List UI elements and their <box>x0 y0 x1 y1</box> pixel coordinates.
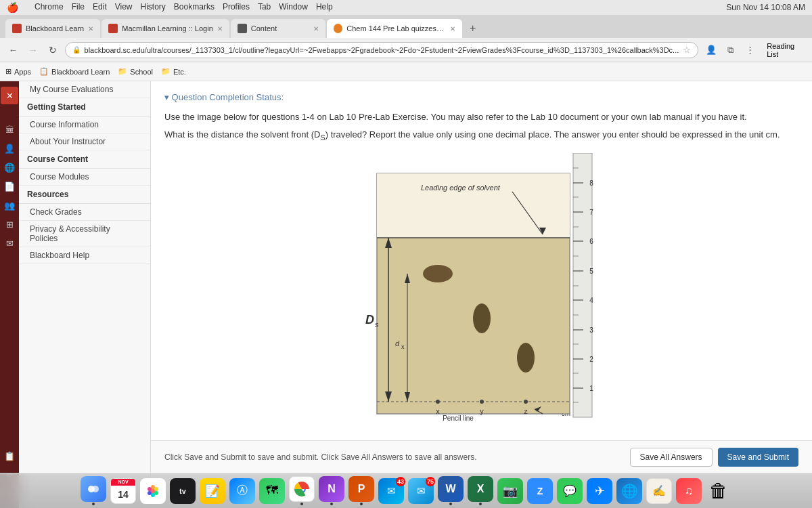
sidebar-nav-mail[interactable]: ✉ <box>1 234 18 252</box>
tab-bb-learn[interactable]: Blackboard Learn ✕ <box>5 19 100 38</box>
back-button[interactable]: ← <box>5 42 21 58</box>
profile-icon[interactable]: 👤 <box>702 41 719 59</box>
dock-item-photos[interactable] <box>140 478 166 504</box>
outlook-badge: 43 <box>396 477 405 486</box>
sidebar-nav-grid[interactable]: ⊞ <box>1 215 18 233</box>
tab-close-btn[interactable]: ✕ <box>313 25 319 33</box>
dock-item-script[interactable]: ✍ <box>646 478 672 504</box>
dock-item-facetime[interactable]: 📷 <box>497 478 523 504</box>
sidebar-nav-people[interactable]: 👥 <box>1 196 18 214</box>
url-bar[interactable]: 🔒 blackboard.sc.edu/ultra/courses/_11373… <box>65 42 699 58</box>
tab-chem144[interactable]: Chem 144 Pre Lab quizzes - M ✕ <box>327 19 462 38</box>
bookmark-star-icon[interactable]: ☆ <box>683 45 691 55</box>
sidebar-section-course-content[interactable]: Course Content <box>19 150 150 169</box>
svg-text:6: 6 <box>589 238 593 245</box>
dock-item-calendar[interactable]: NOV 14 <box>110 478 136 504</box>
tab-label: Content <box>251 24 277 33</box>
sidebar-item-blackboard-help[interactable]: Blackboard Help <box>19 247 150 264</box>
dock-item-music[interactable]: ♫ <box>676 478 702 504</box>
dock-dot <box>449 503 452 505</box>
dock-item-chrome[interactable] <box>289 476 315 505</box>
new-tab-button[interactable]: + <box>464 19 482 38</box>
menu-file[interactable]: File <box>72 2 85 13</box>
menu-help[interactable]: Help <box>316 2 333 13</box>
dock-item-trash[interactable]: 🗑 <box>706 478 731 504</box>
tlc-diagram-svg: cm 1 2 3 4 5 <box>340 153 624 444</box>
menu-bookmarks[interactable]: Bookmarks <box>174 2 215 13</box>
toolbar-actions: 👤 ⧉ ⋮ Reading List <box>702 41 807 59</box>
dock-item-outlook[interactable]: ✉ 43 <box>378 478 404 504</box>
dock-item-send[interactable]: ✈ <box>587 478 612 504</box>
svg-point-37 <box>524 400 528 404</box>
sidebar-item-my-course-evals[interactable]: My Course Evaluations <box>19 81 150 98</box>
reading-list-button[interactable]: Reading List <box>767 42 807 58</box>
folder-icon: 📁 <box>161 67 171 76</box>
dock-dot <box>92 503 95 505</box>
bblearn-icon: 📋 <box>39 67 49 76</box>
menu-tab[interactable]: Tab <box>258 2 271 13</box>
dock-item-mail[interactable]: ✉ 75 <box>408 478 434 504</box>
menu-view[interactable]: View <box>115 2 133 13</box>
sidebar-nav-home[interactable]: 🏛 <box>1 121 18 138</box>
sidebar-nav-close[interactable]: ✕ <box>1 87 18 104</box>
dock-item-maps[interactable]: 🗺 <box>259 478 285 504</box>
menu-edit[interactable]: Edit <box>93 2 107 13</box>
dock-item-zoom[interactable]: Z <box>527 478 553 504</box>
dock-item-globe[interactable]: 🌐 <box>616 478 642 504</box>
question-panel: ▾ Question Completion Status: Use the im… <box>151 81 812 469</box>
sidebar-item-course-modules[interactable]: Course Modules <box>19 169 150 186</box>
dock-item-messages[interactable]: 💬 <box>557 478 583 504</box>
dock-item-word[interactable]: W <box>438 476 464 505</box>
icon-sidebar: ✕ 🏛 👤 🌐 📄 👥 ⊞ ✉ 📋 ✏ ⊙ <box>0 81 19 508</box>
question-status-bar[interactable]: ▾ Question Completion Status: <box>164 92 798 102</box>
tab-close-btn[interactable]: ✕ <box>88 25 93 33</box>
tab-close-btn[interactable]: ✕ <box>450 25 455 33</box>
forward-button[interactable]: → <box>25 42 41 58</box>
svg-text:5: 5 <box>589 268 593 275</box>
extensions-icon[interactable]: ⧉ <box>722 41 739 59</box>
sidebar-nav-globe[interactable]: 🌐 <box>1 158 18 176</box>
sidebar-item-privacy-accessibility[interactable]: Privacy & Accessibility Policies <box>19 221 150 247</box>
dock-item-powerpoint[interactable]: P <box>348 476 374 505</box>
bookmark-apps[interactable]: ⊞ Apps <box>5 67 31 76</box>
mail-badge: 75 <box>426 477 435 486</box>
more-options-icon[interactable]: ⋮ <box>742 41 759 59</box>
svg-text:d: d <box>395 339 400 347</box>
bookmark-bblearn[interactable]: 📋 Blackboard Learn <box>39 67 110 76</box>
sidebar-section-resources[interactable]: Resources <box>19 186 150 204</box>
messages-icon: 💬 <box>557 478 583 504</box>
bookmark-school[interactable]: 📁 School <box>118 67 153 76</box>
bookmark-etc[interactable]: 📁 Etc. <box>161 67 186 76</box>
dock-item-tv[interactable]: tv <box>170 478 196 504</box>
menu-window[interactable]: Window <box>279 2 308 13</box>
sidebar-nav-document[interactable]: 📄 <box>1 177 18 195</box>
titlebar-left: 🍎 Chrome File Edit View History Bookmark… <box>7 2 333 13</box>
script-icon: ✍ <box>646 478 672 504</box>
svg-point-43 <box>423 265 453 282</box>
dock-item-appstore[interactable]: Ⓐ <box>229 478 255 504</box>
menu-chrome[interactable]: Chrome <box>35 2 64 13</box>
sidebar-nav-doc2[interactable]: 📋 <box>1 447 18 465</box>
svg-text:x: x <box>401 343 405 350</box>
apple-menu[interactable]: 🍎 <box>7 2 18 13</box>
dock-item-finder[interactable] <box>81 476 106 505</box>
save-and-submit-button[interactable]: Save and Submit <box>718 448 798 467</box>
sidebar-item-course-information[interactable]: Course Information <box>19 117 150 133</box>
tab-macmillan[interactable]: Macmillan Learning :: Login ✕ <box>102 19 229 38</box>
refresh-button[interactable]: ↻ <box>45 42 60 58</box>
dock-item-notes[interactable]: 📝 <box>200 478 225 504</box>
tab-close-btn[interactable]: ✕ <box>217 25 223 33</box>
sidebar-nav-person[interactable]: 👤 <box>1 140 18 157</box>
save-all-answers-button[interactable]: Save All Answers <box>630 448 713 467</box>
sidebar-item-check-grades[interactable]: Check Grades <box>19 204 150 221</box>
bookmark-label: School <box>130 68 153 76</box>
menu-profiles[interactable]: Profiles <box>223 2 250 13</box>
sidebar-item-about-instructor[interactable]: About Your Instructor <box>19 133 150 150</box>
dock-item-excel[interactable]: X <box>468 476 493 505</box>
svg-point-62 <box>154 491 158 495</box>
tab-content[interactable]: Content ✕ <box>231 19 325 38</box>
dock-item-onenote[interactable]: N <box>319 476 344 505</box>
sidebar-section-getting-started[interactable]: Getting Started <box>19 98 150 117</box>
bookmarks-bar: ⊞ Apps 📋 Blackboard Learn 📁 School 📁 Etc… <box>0 62 812 81</box>
menu-history[interactable]: History <box>141 2 166 13</box>
